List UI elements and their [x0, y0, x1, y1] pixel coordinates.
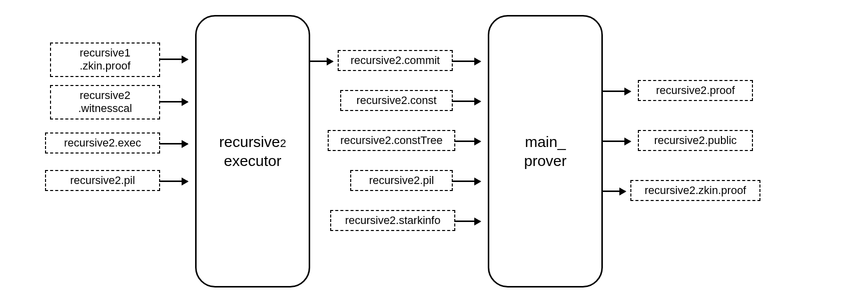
arrow-icon	[453, 60, 480, 62]
prover-process-box: main_ prover	[488, 15, 603, 288]
executor-label-word1: recursive	[219, 134, 280, 150]
file-label: recursive2.const	[356, 94, 436, 107]
file-recursive2-public: recursive2.public	[638, 130, 753, 151]
file-label: recursive2.commit	[351, 54, 440, 67]
file-recursive2-pil-left: recursive2.pil	[45, 170, 160, 191]
arrow-icon	[160, 143, 188, 144]
file-label: .witnesscal	[78, 102, 132, 115]
executor-process-box: recursive2 executor	[195, 15, 310, 288]
file-label: recursive2.exec	[64, 136, 141, 150]
file-recursive2-consttree: recursive2.constTree	[328, 130, 455, 151]
arrow-icon	[603, 140, 630, 142]
file-label: recursive2.zkin.proof	[645, 184, 746, 197]
file-recursive2-pil-middle: recursive2.pil	[350, 170, 453, 191]
file-label: recursive2.public	[654, 134, 736, 147]
arrow-icon	[453, 180, 480, 182]
file-recursive2-starkinfo: recursive2.starkinfo	[330, 210, 455, 231]
arrow-icon	[160, 180, 188, 182]
arrow-icon	[603, 190, 625, 192]
arrow-icon	[160, 58, 188, 60]
process-label: recursive2	[219, 132, 286, 152]
file-recursive2-commit: recursive2.commit	[338, 50, 453, 71]
executor-label-sub: 2	[280, 137, 286, 150]
arrow-icon	[455, 220, 480, 222]
file-label: recursive2.starkinfo	[345, 214, 441, 227]
arrow-icon	[160, 101, 188, 102]
file-label: recursive2.pil	[369, 174, 434, 187]
file-label: recursive2.pil	[70, 174, 135, 187]
prover-label-word1: main_	[525, 132, 566, 152]
file-recursive2-exec: recursive2.exec	[45, 132, 160, 154]
file-recursive2-proof: recursive2.proof	[638, 80, 753, 101]
arrow-icon	[453, 100, 480, 102]
file-label: recursive2	[80, 89, 130, 102]
file-label: recursive1	[80, 46, 130, 60]
file-recursive2-const: recursive2.const	[340, 90, 453, 111]
file-label: recursive2.constTree	[340, 134, 443, 147]
file-label: .zkin.proof	[80, 60, 131, 72]
arrow-icon	[310, 60, 333, 62]
arrow-icon	[455, 140, 480, 142]
executor-label-word2: executor	[224, 152, 281, 170]
file-recursive2-witnesscal: recursive2 .witnesscal	[50, 85, 160, 120]
file-recursive1-zkin-proof: recursive1 .zkin.proof	[50, 42, 160, 77]
file-recursive2-zkin-proof: recursive2.zkin.proof	[630, 180, 760, 201]
prover-label-word2: prover	[524, 152, 566, 170]
arrow-icon	[603, 90, 630, 92]
file-label: recursive2.proof	[656, 84, 735, 97]
